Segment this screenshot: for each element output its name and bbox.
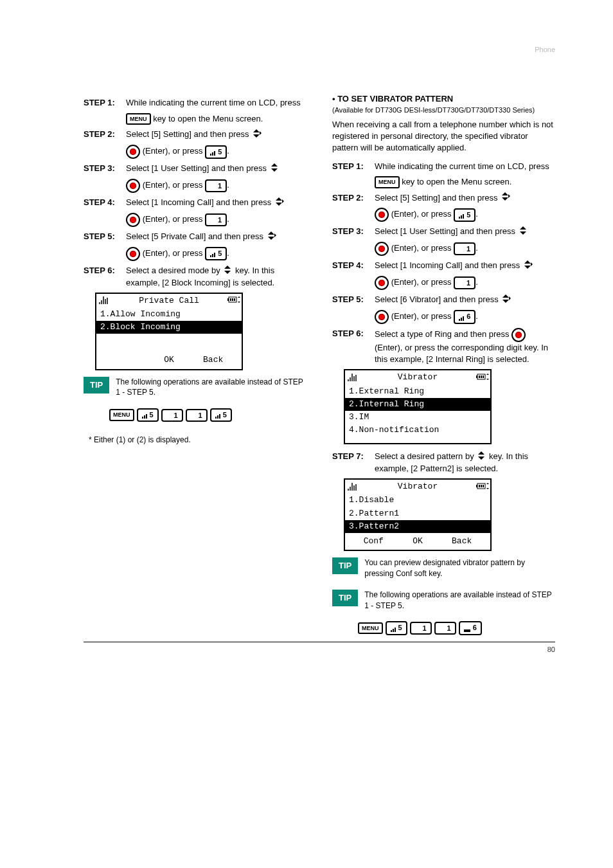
tip-badge: TIP — [332, 590, 358, 606]
r-step5-b: (Enter), or press — [391, 311, 452, 321]
shortcut-keys: MENU 5 1 1 5 — [109, 408, 306, 422]
menu-key-icon: MENU — [358, 622, 383, 635]
footer-page: 80 — [547, 645, 555, 655]
svg-marker-52 — [509, 296, 511, 300]
svg-rect-12 — [214, 151, 215, 156]
svg-rect-43 — [461, 215, 462, 219]
tip-text: The following operations are available i… — [116, 377, 306, 399]
digit-5-key: 5 — [386, 621, 407, 635]
softkey-right[interactable]: Back — [440, 536, 484, 547]
softkey-mid[interactable]: OK — [147, 354, 191, 366]
softkey-mid[interactable]: OK — [396, 536, 440, 547]
menu-item-allow[interactable]: 1.Allow Incoming — [96, 308, 242, 321]
r-step6-label: STEP 6: — [332, 328, 369, 339]
left-column: STEP 1: While indicating the current tim… — [84, 93, 306, 635]
svg-rect-68 — [481, 485, 482, 487]
svg-rect-27 — [227, 298, 229, 301]
svg-marker-45 — [520, 226, 526, 230]
menu-item[interactable]: 1.External Ring — [345, 385, 490, 398]
menu-item[interactable]: 2.Pattern1 — [345, 507, 490, 520]
svg-marker-39 — [502, 192, 508, 195]
step5-text-a: Select [5 Private Call] and then press — [126, 231, 263, 241]
digit-1-key: 1 — [186, 409, 208, 422]
step4-label: STEP 4: — [84, 197, 121, 208]
r-step4-label: STEP 4: — [332, 260, 369, 271]
r-step6-b: (Enter), or press the corresponding digi… — [375, 343, 548, 364]
svg-rect-38 — [219, 414, 220, 419]
svg-marker-5 — [253, 134, 260, 138]
r-step7-label: STEP 7: — [332, 451, 369, 462]
phone-screen-vibrator-1: Vibrator 1.External Ring 2.Internal Ring… — [344, 369, 492, 444]
battery-icon — [227, 296, 239, 307]
menu-item[interactable]: 3.Pattern2 — [345, 520, 490, 533]
screen-title: Vibrator — [359, 481, 476, 493]
svg-marker-61 — [486, 374, 489, 375]
menu-key-icon: MENU — [109, 409, 134, 421]
menu-item[interactable]: 3.IM — [345, 411, 490, 424]
softkey-right[interactable]: Back — [191, 354, 235, 366]
enter-key-icon — [375, 208, 389, 222]
digit-1-key: 1 — [410, 622, 432, 635]
step2-text-b: (Enter), or press — [143, 147, 203, 156]
svg-rect-21 — [210, 255, 211, 257]
r-step1-b: key to open the Menu screen. — [402, 177, 511, 186]
svg-marker-47 — [524, 260, 531, 264]
section-desc: When receiving a call from a telephone n… — [332, 119, 555, 154]
enter-key-icon — [126, 145, 140, 159]
section-intro: (Available for DT730G DESI-less/DT730G/D… — [332, 105, 555, 115]
svg-marker-51 — [502, 300, 509, 303]
svg-marker-48 — [524, 266, 531, 269]
r-step4-b: (Enter), or press — [391, 278, 452, 287]
signal-icon — [348, 372, 359, 383]
step2-label: STEP 2: — [84, 129, 121, 140]
svg-rect-33 — [142, 417, 143, 419]
svg-marker-31 — [238, 296, 240, 298]
signal-icon — [348, 482, 359, 493]
svg-rect-35 — [146, 414, 147, 419]
svg-rect-37 — [217, 415, 218, 419]
svg-marker-18 — [268, 231, 274, 235]
phone-screen-vibrator-2: Vibrator 1.Disable 2.Pattern1 3.Pattern2… — [344, 478, 492, 551]
svg-rect-69 — [483, 485, 484, 487]
menu-item[interactable]: 1.Disable — [345, 494, 490, 507]
menu-item[interactable]: 4.Non-notification — [345, 424, 490, 437]
enter-key-icon — [126, 247, 140, 261]
tip2-text: The following operations are available i… — [364, 590, 555, 611]
svg-marker-13 — [271, 163, 278, 167]
menu-key-icon: MENU — [375, 176, 400, 188]
step1-text-a: While indicating the current time on LCD… — [126, 98, 301, 107]
step1-text-b: key to open the Menu screen. — [153, 114, 263, 123]
updown-icon — [500, 192, 510, 204]
step3-text-b: (Enter), or press — [143, 181, 203, 190]
step3-label: STEP 3: — [84, 163, 121, 174]
digit-1-key: 1 — [161, 409, 183, 422]
svg-rect-55 — [463, 316, 464, 321]
battery-icon — [476, 372, 488, 383]
svg-rect-75 — [464, 629, 470, 632]
updown-icon — [522, 260, 533, 273]
r-step3-label: STEP 3: — [332, 226, 369, 237]
svg-rect-74 — [395, 628, 396, 632]
menu-item[interactable]: 2.Internal Ring — [345, 398, 490, 411]
r-step7-a: Select a desired pattern by — [375, 451, 474, 461]
right-column: • TO SET VIBRATOR PATTERN (Available for… — [332, 93, 555, 635]
digit-1-key: 1 — [434, 622, 456, 635]
svg-marker-63 — [478, 451, 484, 455]
enter-key-icon — [375, 310, 389, 324]
r-step5-label: STEP 5: — [332, 294, 369, 305]
svg-marker-16 — [276, 203, 282, 206]
menu-key-icon: MENU — [126, 113, 151, 125]
svg-rect-23 — [214, 253, 215, 257]
updown-icon — [251, 129, 262, 141]
shortcut-keys: MENU 5 1 1 6 — [358, 621, 555, 635]
step4-text-a: Select [1 Incoming Call] and then press — [126, 197, 271, 207]
softkey-left[interactable]: Conf — [351, 536, 396, 547]
menu-item-block[interactable]: 2.Block Incoming — [96, 321, 242, 334]
r-step3-a: Select [1 User Setting] and then press — [375, 226, 515, 236]
svg-rect-10 — [210, 154, 211, 156]
step3-text-a: Select [1 User Setting] and then press — [126, 163, 267, 173]
updown-icon — [501, 294, 511, 306]
softkey-left[interactable] — [103, 354, 147, 366]
r-step2-a: Select [5] Setting] and then press — [375, 193, 498, 203]
svg-marker-14 — [271, 168, 278, 172]
